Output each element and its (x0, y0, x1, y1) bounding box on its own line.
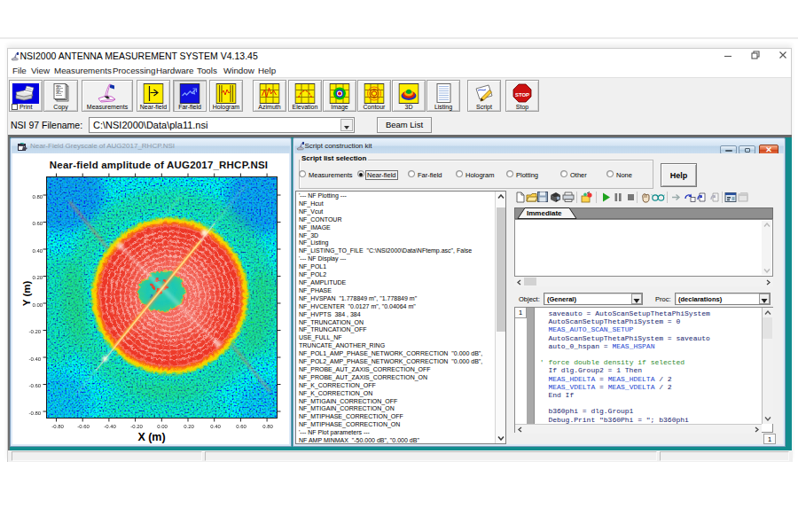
svg-text:STOP: STOP (515, 92, 529, 98)
svg-text:'3": '3" (56, 90, 60, 94)
